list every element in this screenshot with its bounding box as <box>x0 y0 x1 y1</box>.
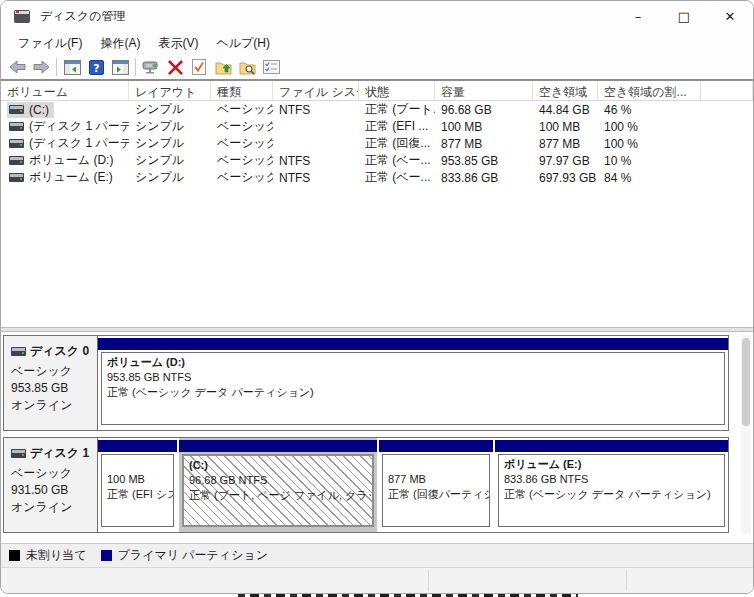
menu-view[interactable]: 表示(V) <box>149 32 207 55</box>
graphical-view-scrollbar[interactable] <box>741 335 751 534</box>
volume-list-empty-area <box>1 186 753 327</box>
volume-list: ボリューム レイアウト 種類 ファイル システム 状態 容量 空き領域 空き領域… <box>1 81 753 327</box>
volume-layout: シンプル <box>129 135 211 152</box>
menu-file[interactable]: ファイル(F) <box>9 32 91 55</box>
disk-icon <box>11 449 26 458</box>
partition-size: 96.68 GB NTFS <box>189 473 367 488</box>
volume-status: 正常 (ベー... <box>359 152 435 169</box>
partition-c-selected[interactable]: (C:) 96.68 GB NTFS 正常 (ブート, ページ ファイル, クラ… <box>179 438 377 532</box>
disk-name: ディスク 1 <box>30 445 89 462</box>
disk-0-header[interactable]: ディスク 0 ベーシック 953.85 GB オンライン <box>4 336 98 430</box>
partition-d[interactable]: ボリューム (D:) 953.85 GB NTFS 正常 (ベーシック データ … <box>98 336 728 430</box>
column-header-status[interactable]: 状態 <box>359 81 435 100</box>
column-header-layout[interactable]: レイアウト <box>129 81 211 100</box>
volume-name: (ディスク 1 パーティシ... <box>29 118 129 135</box>
volume-type: ベーシック <box>211 101 273 118</box>
selected-volume-highlight: (C:) <box>7 102 54 118</box>
volume-type: ベーシック <box>211 135 273 152</box>
partition-status: 正常 (EFI シス <box>107 487 168 502</box>
primary-partition-color-swatch <box>101 550 112 561</box>
volume-row-efi[interactable]: (ディスク 1 パーティシ... シンプル ベーシック 正常 (EFI ... … <box>1 118 753 135</box>
column-header-free-pct[interactable]: 空き領域の割... <box>598 81 701 100</box>
volume-layout: シンプル <box>129 152 211 169</box>
disk-1-partitions: 100 MB 正常 (EFI シス (C:) 96.68 GB NTFS 正常 … <box>98 438 728 532</box>
volume-layout: シンプル <box>129 118 211 135</box>
volume-capacity: 833.86 GB <box>435 171 533 185</box>
minimize-button[interactable]: – <box>615 1 661 31</box>
close-button[interactable]: ✕ <box>707 1 753 31</box>
partition-name: (C:) <box>189 458 367 473</box>
volume-free: 697.93 GB <box>533 171 598 185</box>
partition-name: ボリューム (D:) <box>107 355 719 370</box>
graphical-view: ディスク 0 ベーシック 953.85 GB オンライン ボリューム (D:) … <box>1 332 753 543</box>
disk-1-header[interactable]: ディスク 1 ベーシック 931.50 GB オンライン <box>4 438 98 532</box>
volume-layout: シンプル <box>129 169 211 186</box>
show-console-tree-icon[interactable] <box>60 56 84 78</box>
volume-filesystem: NTFS <box>273 103 359 117</box>
volume-filesystem: NTFS <box>273 154 359 168</box>
forward-icon[interactable] <box>29 56 53 78</box>
volume-status: 正常 (回復... <box>359 135 435 152</box>
volume-name: ボリューム (D:) <box>29 152 113 169</box>
delete-volume-icon[interactable] <box>163 56 187 78</box>
help-icon[interactable]: ? <box>84 56 108 78</box>
explore-folder-icon[interactable] <box>235 56 259 78</box>
volume-type: ベーシック <box>211 169 273 186</box>
menu-help[interactable]: ヘルプ(H) <box>207 32 279 55</box>
disk-type: ベーシック <box>11 465 91 482</box>
column-header-spacer <box>701 81 753 100</box>
window-controls: – □ ✕ <box>615 1 753 31</box>
legend-primary-partition: プライマリ パーティション <box>101 547 268 564</box>
partition-status: 正常 (ブート, ページ ファイル, クラッシュ ダ <box>189 488 367 503</box>
column-header-volume[interactable]: ボリューム <box>1 81 129 100</box>
partition-recovery[interactable]: 877 MB 正常 (回復パーティシ <box>379 438 493 532</box>
volume-name: (C:) <box>29 103 49 117</box>
volume-type: ベーシック <box>211 152 273 169</box>
volume-row-recovery[interactable]: (ディスク 1 パーティシ... シンプル ベーシック 正常 (回復... 87… <box>1 135 753 152</box>
open-folder-icon[interactable] <box>211 56 235 78</box>
partition-color-bar <box>379 440 493 452</box>
menu-action[interactable]: 操作(A) <box>91 32 149 55</box>
volume-capacity: 96.68 GB <box>435 103 533 117</box>
column-header-filesystem[interactable]: ファイル システム <box>273 81 359 100</box>
partition-status: 正常 (ベーシック データ パーティション) <box>107 385 719 400</box>
partition-color-bar <box>495 440 728 452</box>
partition-efi[interactable]: 100 MB 正常 (EFI シス <box>98 438 177 532</box>
volume-free-pct: 100 % <box>598 137 701 151</box>
volume-free-pct: 84 % <box>598 171 701 185</box>
volume-row-e[interactable]: ボリューム (E:) シンプル ベーシック NTFS 正常 (ベー... 833… <box>1 169 753 186</box>
status-bar-separator <box>428 570 429 591</box>
disk-status: オンライン <box>11 397 91 414</box>
maximize-button[interactable]: □ <box>661 1 707 31</box>
volume-filesystem: NTFS <box>273 171 359 185</box>
show-action-pane-icon[interactable] <box>108 56 132 78</box>
volume-free-pct: 10 % <box>598 154 701 168</box>
volume-status: 正常 (EFI ... <box>359 118 435 135</box>
column-header-free-space[interactable]: 空き領域 <box>533 81 598 100</box>
window-title: ディスクの管理 <box>40 8 125 25</box>
back-icon[interactable] <box>5 56 29 78</box>
volume-icon <box>9 139 24 148</box>
properties-icon[interactable] <box>139 56 163 78</box>
disk-icon <box>11 347 26 356</box>
volume-capacity: 953.85 GB <box>435 154 533 168</box>
partition-size: 953.85 GB NTFS <box>107 370 719 385</box>
column-header-type[interactable]: 種類 <box>211 81 273 100</box>
maximize-icon: □ <box>678 9 690 24</box>
legend-bar: 未割り当て プライマリ パーティション <box>1 543 753 567</box>
volume-row-d[interactable]: ボリューム (D:) シンプル ベーシック NTFS 正常 (ベー... 953… <box>1 152 753 169</box>
partition-e[interactable]: ボリューム (E:) 833.86 GB NTFS 正常 (ベーシック データ … <box>495 438 728 532</box>
disk-management-app-icon <box>14 10 30 23</box>
volume-status: 正常 (ベー... <box>359 169 435 186</box>
volume-row-c[interactable]: (C:) シンプル ベーシック NTFS 正常 (ブート... 96.68 GB… <box>1 101 753 118</box>
disk-0-row: ディスク 0 ベーシック 953.85 GB オンライン ボリューム (D:) … <box>3 335 729 431</box>
disk-name: ディスク 0 <box>30 343 89 360</box>
scrollbar-thumb[interactable] <box>742 338 750 426</box>
volume-free: 877 MB <box>533 137 598 151</box>
column-header-capacity[interactable]: 容量 <box>435 81 533 100</box>
legend-unallocated: 未割り当て <box>9 547 87 564</box>
partition-name <box>388 457 484 472</box>
task-list-icon[interactable] <box>259 56 283 78</box>
mark-partition-icon[interactable] <box>187 56 211 78</box>
toolbar: ? <box>1 55 753 81</box>
